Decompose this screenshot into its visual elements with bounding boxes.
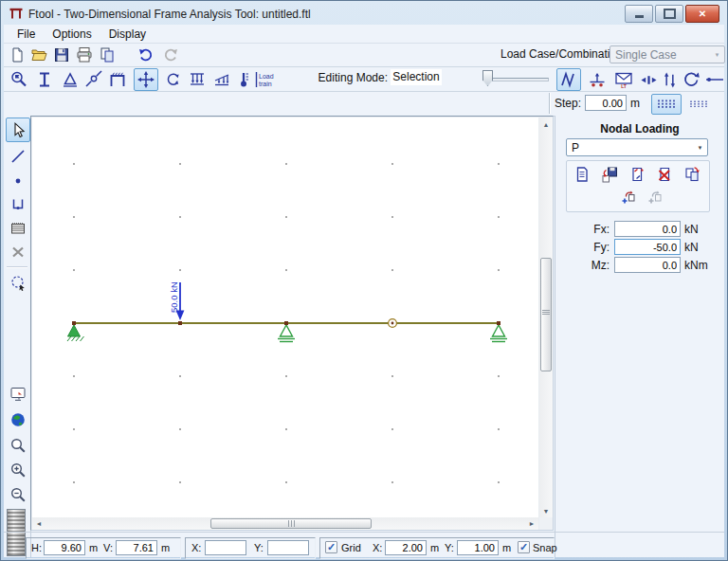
diagram-display-button[interactable]	[556, 68, 581, 91]
h-unit: m	[89, 542, 98, 553]
zoom-out-icon	[9, 486, 27, 503]
step-mode-discrete-button[interactable]	[683, 94, 714, 115]
snap-checkbox[interactable]: ✓	[518, 541, 530, 553]
grid-icon	[9, 220, 27, 237]
reorder-load-button[interactable]	[682, 165, 701, 184]
fit-view-button[interactable]	[6, 382, 30, 407]
toolbar-file: Load Case/Combination: Single Case ▼	[4, 43, 724, 67]
step-input[interactable]	[585, 95, 627, 111]
horizontal-scroll-thumb[interactable]	[210, 518, 372, 529]
select-tool-button[interactable]	[6, 118, 30, 142]
cursor-icon	[9, 121, 27, 138]
close-button[interactable]: ✕	[685, 5, 719, 23]
maximize-button[interactable]	[655, 5, 683, 23]
cursor-x-input[interactable]	[205, 540, 246, 555]
portal-hatched-icon	[108, 70, 127, 89]
grid-x-input[interactable]	[385, 540, 427, 555]
vertical-scrollbar[interactable]: ▲ ▼	[539, 118, 553, 517]
toolbar-edit: Loadtrain Editing Mode: Selection LT	[4, 66, 724, 92]
zoom-in-button[interactable]	[6, 458, 30, 482]
delete-tool-button[interactable]	[6, 240, 30, 264]
uniform-load-button[interactable]	[185, 68, 209, 91]
zoom-out-button[interactable]	[6, 482, 30, 507]
insert-node-tool-button[interactable]	[6, 169, 30, 193]
pin-support[interactable]	[67, 325, 84, 341]
menu-options[interactable]: Options	[45, 27, 99, 42]
canvas-area: 50.0 kN ▲ ▼ ◄ ►	[30, 116, 554, 531]
scroll-left-icon[interactable]: ◄	[32, 517, 46, 530]
apply-load-button[interactable]	[618, 188, 637, 207]
coords-icon	[9, 196, 27, 213]
menu-display[interactable]: Display	[101, 27, 154, 42]
insert-member-tool-button[interactable]	[6, 144, 30, 169]
results-scale-slider-track[interactable]	[486, 78, 549, 81]
nodal-load-button[interactable]	[134, 68, 158, 91]
horizontal-scrollbar[interactable]: ◄ ►	[32, 517, 538, 530]
cross-section-button[interactable]	[32, 68, 57, 91]
menu-file[interactable]: File	[9, 27, 43, 42]
moment-load-button[interactable]	[160, 68, 185, 91]
load-train-button[interactable]: Loadtrain	[252, 68, 282, 91]
monitor-icon	[9, 386, 27, 403]
zoom-roller[interactable]	[7, 509, 26, 556]
load-select[interactable]: P ▼	[566, 138, 708, 156]
fx-input[interactable]	[614, 221, 681, 237]
left-tool-column	[4, 116, 31, 557]
app-window: Ftool - Two-Dimensional Frame Analysis T…	[0, 0, 728, 561]
moment-arrows-icon	[163, 70, 182, 89]
title-bar: Ftool - Two-Dimensional Frame Analysis T…	[3, 3, 725, 25]
h-input[interactable]	[44, 540, 85, 555]
fence-select-tool-button[interactable]	[6, 270, 30, 295]
internal-hinge[interactable]	[389, 319, 397, 328]
minimize-button[interactable]	[625, 5, 653, 23]
fence-select-icon	[9, 274, 27, 291]
results-scale-slider-thumb[interactable]	[482, 70, 493, 86]
drawing-canvas[interactable]: 50.0 kN	[32, 118, 538, 517]
v-input[interactable]	[116, 540, 157, 555]
zoom-properties-button[interactable]	[7, 68, 31, 91]
step-mode-continuous-button[interactable]	[651, 94, 682, 115]
envelope-button[interactable]: LT	[610, 68, 637, 91]
open-file-button[interactable]	[28, 45, 49, 65]
roller-support-middle[interactable]	[278, 325, 295, 342]
measure-button[interactable]	[702, 68, 727, 91]
vertical-scroll-thumb[interactable]	[540, 258, 552, 371]
rigid-connection-button[interactable]	[105, 68, 130, 91]
mz-input[interactable]	[614, 257, 681, 273]
fy-input[interactable]	[614, 239, 681, 255]
world-view-button[interactable]	[6, 407, 30, 432]
scroll-right-icon[interactable]: ►	[525, 517, 538, 530]
diagram-zigzag-icon	[559, 70, 578, 89]
print-button[interactable]	[74, 45, 95, 65]
cursor-y-input[interactable]	[267, 540, 309, 555]
end-release-button[interactable]	[82, 68, 106, 91]
rotate-view-button[interactable]	[680, 68, 702, 91]
scroll-up-icon[interactable]: ▲	[539, 118, 553, 131]
scroll-down-icon[interactable]: ▼	[539, 504, 553, 517]
delete-load-button[interactable]	[655, 165, 674, 184]
supports-button[interactable]	[58, 68, 82, 91]
rename-load-button[interactable]	[628, 165, 646, 184]
temperature-load-button[interactable]	[234, 68, 252, 91]
load-train-position-button[interactable]	[585, 68, 610, 91]
copy-button[interactable]	[97, 45, 118, 65]
keyboard-coords-tool-button[interactable]	[6, 192, 30, 217]
new-load-button[interactable]	[573, 165, 592, 184]
new-file-button[interactable]	[7, 45, 27, 65]
save-load-copy-button[interactable]	[600, 165, 619, 184]
grid-checkbox[interactable]: ✓	[325, 541, 337, 553]
structure-svg: 50.0 kN	[32, 118, 538, 517]
editing-mode-label: Editing Mode:	[302, 71, 388, 84]
new-file-icon	[9, 46, 26, 63]
grid-tool-button[interactable]	[6, 216, 30, 241]
zoom-window-button[interactable]	[6, 433, 30, 458]
scale-vertical-button[interactable]	[659, 68, 681, 91]
roller-support-right[interactable]	[490, 325, 507, 342]
undo-button[interactable]	[136, 45, 156, 65]
linear-load-button[interactable]	[209, 68, 234, 91]
grid-y-input[interactable]	[457, 540, 499, 555]
save-button[interactable]	[51, 45, 72, 65]
v-unit: m	[161, 542, 170, 553]
delete-load-icon	[656, 166, 673, 183]
scale-horizontal-button[interactable]	[638, 68, 660, 91]
